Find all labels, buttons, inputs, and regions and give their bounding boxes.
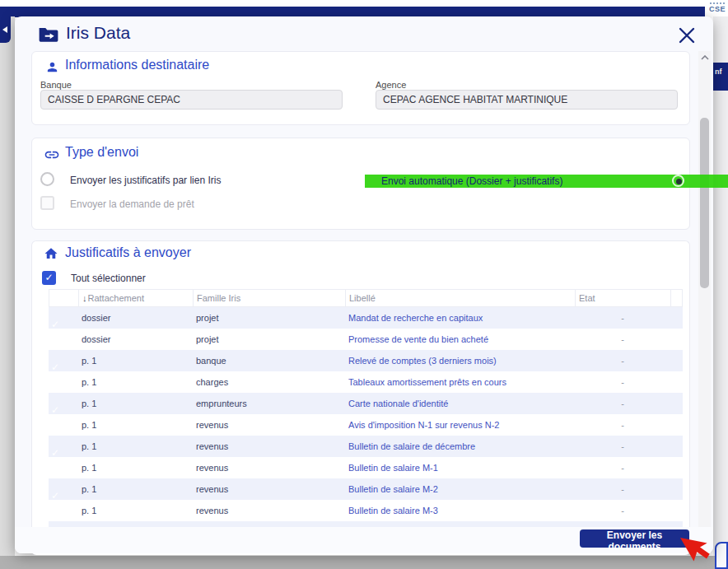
cell-famille-iris: revenus <box>193 420 345 430</box>
cell-famille-iris: revenus <box>193 441 345 451</box>
table-row: p. 1 revenus Bulletin de salaire de déce… <box>49 436 683 457</box>
table-row: p. 1 banque Relevé de comptes (3 dernier… <box>49 350 683 371</box>
folder-export-icon <box>38 26 59 47</box>
cell-etat: - <box>575 377 670 387</box>
table-row: dossier projet Promesse de vente du bien… <box>49 329 683 350</box>
agency-field[interactable]: CEPAC AGENCE HABITAT MARTINIQUE <box>376 90 678 110</box>
cell-famille-iris: revenus <box>193 506 345 515</box>
cell-libelle: Relevé de comptes (3 derniers mois) <box>345 356 575 366</box>
cell-etat: - <box>575 313 670 323</box>
cell-rattachement: p. 1 <box>78 441 193 451</box>
header-famille-iris[interactable]: Famille Iris <box>193 289 345 307</box>
documents-section: Justificatifs à envoyer Tout sélectionne… <box>31 240 690 555</box>
iris-data-modal: Iris Data Informations destinataire Banq… <box>15 16 713 553</box>
sort-desc-icon: ↓ <box>82 293 87 303</box>
page-bottom-bar <box>0 556 728 569</box>
cell-libelle: Bulletin de salaire M-2 <box>345 484 575 494</box>
cell-libelle: Bulletin de salaire M-1 <box>345 463 575 473</box>
table-header-row: ↓Rattachement Famille Iris Libellé Etat <box>49 289 683 307</box>
cell-libelle: Bulletin de salaire de décembre <box>345 441 575 451</box>
cell-rattachement: p. 1 <box>78 399 193 408</box>
table-row: p. 1 charges Tableaux amortissement prêt… <box>49 371 683 393</box>
modal-footer: Envoyer les documents <box>15 527 713 553</box>
table-row: p. 1 revenus Bulletin de salaire M-1 - <box>49 457 683 478</box>
table-row: p. 1 revenus Bulletin de salaire M-2 - <box>49 478 683 500</box>
cell-libelle: Carte nationale d'identité <box>345 399 575 408</box>
table-row: p. 1 emprunteurs Carte nationale d'ident… <box>49 393 683 414</box>
cell-rattachement: p. 1 <box>78 377 193 387</box>
radio-auto-option[interactable] <box>672 175 684 187</box>
recipient-section-title: Informations destinataire <box>65 58 209 72</box>
documents-section-title: Justificatifs à envoyer <box>65 245 191 260</box>
radio-auto-option-label: Envoi automatique (Dossier + justificati… <box>381 175 562 187</box>
table-row: dossier projet Mandat de recherche en ca… <box>49 307 683 329</box>
cell-famille-iris: revenus <box>193 484 345 494</box>
background-right-button: nf <box>713 63 728 91</box>
scrollbar-track[interactable] <box>698 51 711 553</box>
cell-libelle: Avis d'imposition N-1 sur revenus N-2 <box>345 420 575 430</box>
background-corner-panel <box>715 542 728 569</box>
cell-rattachement: dossier <box>78 334 193 344</box>
cell-etat: - <box>575 484 670 494</box>
cell-libelle: Promesse de vente du bien acheté <box>345 334 575 344</box>
cell-famille-iris: banque <box>193 356 345 366</box>
link-icon <box>44 147 60 166</box>
cell-famille-iris: projet <box>193 313 345 323</box>
radio-link-option-label: Envoyer les justificatifs par lien Iris <box>70 175 221 186</box>
documents-table: ↓Rattachement Famille Iris Libellé Etat … <box>49 289 683 543</box>
header-checkbox-cell <box>49 289 78 307</box>
recipient-section: Informations destinataire Banque CAISSE … <box>31 51 690 125</box>
cell-rattachement: p. 1 <box>78 484 193 494</box>
header-spacer-cell <box>670 289 683 307</box>
header-libelle[interactable]: Libellé <box>345 289 575 307</box>
scrollbar-thumb[interactable] <box>700 118 709 288</box>
cursor-arrow-icon <box>672 532 715 569</box>
cell-etat: - <box>575 334 670 344</box>
header-etat[interactable]: Etat <box>575 289 670 307</box>
modal-title: Iris Data <box>66 23 130 43</box>
documents-table-body: dossier projet Mandat de recherche en ca… <box>49 307 683 543</box>
page-right-margin <box>713 16 728 556</box>
cell-libelle: Bulletin de salaire M-3 <box>345 506 575 515</box>
cell-etat: - <box>575 506 670 515</box>
cell-rattachement: p. 1 <box>78 506 193 515</box>
cell-famille-iris: revenus <box>193 463 345 473</box>
cell-etat: - <box>575 463 670 473</box>
table-row: p. 1 revenus Bulletin de salaire M-3 - <box>49 500 683 521</box>
check-icon <box>42 271 56 285</box>
select-all-checkbox[interactable] <box>42 271 56 285</box>
cell-etat: - <box>575 441 670 451</box>
cse-logo: CSE <box>707 1 728 16</box>
close-icon[interactable] <box>677 26 697 45</box>
cell-famille-iris: projet <box>193 334 345 344</box>
cell-rattachement: dossier <box>78 313 193 323</box>
cell-libelle: Tableaux amortissement prêts en cours <box>345 377 575 387</box>
cell-rattachement: p. 1 <box>78 420 193 430</box>
page-left-margin <box>0 16 15 556</box>
bank-label: Banque <box>40 80 72 90</box>
cell-rattachement: p. 1 <box>78 356 193 366</box>
select-all-label: Tout sélectionner <box>71 273 146 284</box>
scroll-up-icon[interactable] <box>700 53 709 63</box>
home-icon <box>44 246 58 264</box>
chevron-left-icon <box>2 26 7 33</box>
radio-dot-icon <box>676 179 682 184</box>
checkbox-loan-option-label: Envoyer la demande de prêt <box>70 198 194 210</box>
send-type-section-title: Type d'envoi <box>65 145 138 160</box>
background-left-tab <box>0 16 11 43</box>
cell-famille-iris: emprunteurs <box>193 399 345 408</box>
cell-etat: - <box>575 356 670 366</box>
radio-link-option[interactable] <box>40 172 54 186</box>
header-rattachement[interactable]: ↓Rattachement <box>78 289 193 307</box>
cell-etat: - <box>575 420 670 430</box>
bank-field[interactable]: CAISSE D EPARGNE CEPAC <box>40 90 343 110</box>
cell-etat: - <box>575 399 670 408</box>
cell-rattachement: p. 1 <box>78 463 193 473</box>
checkbox-loan-option <box>40 196 54 210</box>
person-icon <box>45 60 59 77</box>
table-row: p. 1 revenus Avis d'imposition N-1 sur r… <box>49 414 683 436</box>
highlighted-auto-option: Envoi automatique (Dossier + justificati… <box>365 175 728 188</box>
cell-libelle: Mandat de recherche en capitaux <box>345 313 575 323</box>
cell-famille-iris: charges <box>193 377 345 387</box>
agency-label: Agence <box>376 80 406 90</box>
